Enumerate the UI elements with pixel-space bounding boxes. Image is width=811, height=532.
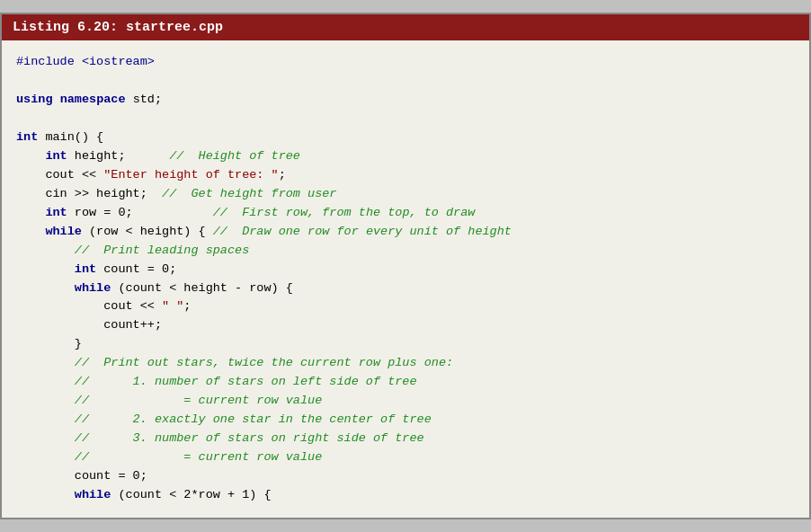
code-line: int height; // Height of tree [16,147,795,166]
code-window: Listing 6.20: startree.cpp #include <ios… [0,13,811,519]
filename: startree.cpp [126,20,223,35]
listing-label: Listing 6.20: [13,20,118,35]
code-body: #include <iostream> using namespace std;… [2,40,809,517]
code-line: // Print out stars, twice the current ro… [16,354,795,373]
code-line: int row = 0; // First row, from the top,… [16,204,795,223]
code-line: // = current row value [16,448,795,467]
code-line: // Print leading spaces [16,242,795,261]
title-bar: Listing 6.20: startree.cpp [2,14,809,40]
code-line: #include <iostream> [16,53,795,72]
code-line: count++; [16,316,795,335]
code-line: // = current row value [16,392,795,411]
code-line: while (row < height) { // Draw one row f… [16,223,795,242]
code-line: while (count < 2*row + 1) { [16,486,795,505]
code-line: while (count < height - row) { [16,279,795,298]
code-line: count = 0; [16,467,795,486]
code-line: int main() { [16,129,795,147]
code-line: cout << "Enter height of tree: "; [16,166,795,185]
code-line: // 2. exactly one star in the center of … [16,411,795,430]
code-line [16,110,795,129]
code-line: // 3. number of stars on right side of t… [16,430,795,448]
code-line: int count = 0; [16,261,795,279]
code-line: cin >> height; // Get height from user [16,185,795,204]
code-line: using namespace std; [16,91,795,110]
code-line [16,72,795,91]
code-line: // 1. number of stars on left side of tr… [16,373,795,392]
code-line: } [16,335,795,354]
code-line: cout << " "; [16,297,795,316]
